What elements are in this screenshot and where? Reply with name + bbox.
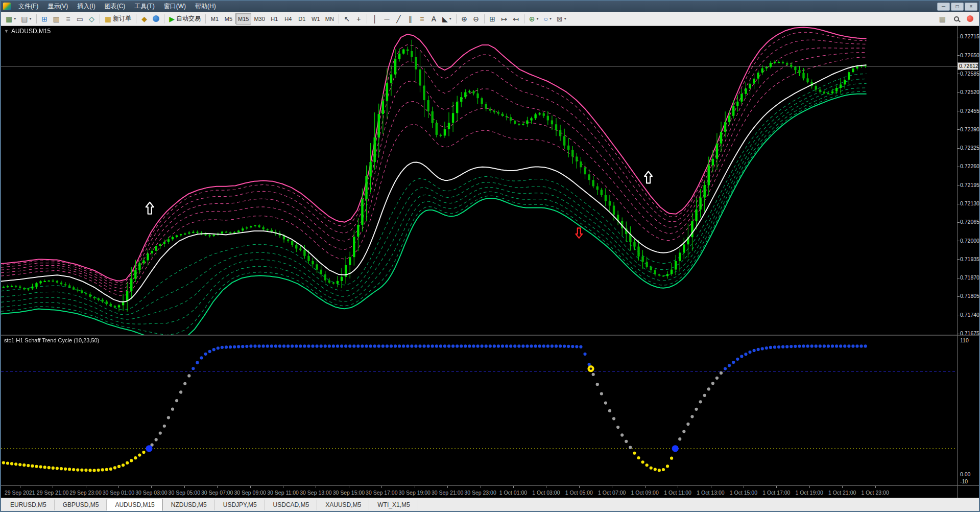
indicator-canvas[interactable] <box>1 336 957 485</box>
window-minimize-button[interactable]: ─ <box>937 3 950 11</box>
terminal-icon: ▭ <box>77 15 83 22</box>
chart-tabs: EURUSD,M5GBPUSD,M5AUDUSD,M15NZDUSD,M5USD… <box>1 498 979 511</box>
terminal-button[interactable]: ▭ <box>74 13 86 25</box>
text-label-button[interactable]: A <box>428 13 440 25</box>
price-scale-label: 0.72455 <box>960 108 979 114</box>
periods-button[interactable]: ○▾ <box>541 13 554 25</box>
menu-item-file[interactable]: 文件(F) <box>14 1 43 12</box>
new-chart-button[interactable]: ▦▾ <box>3 13 18 25</box>
search-button[interactable] <box>950 13 962 25</box>
autotrading-button[interactable]: ▶自动交易 <box>166 13 203 25</box>
time-axis-label: 1 Oct 07:00 <box>598 490 626 496</box>
main-chart-canvas[interactable] <box>1 26 957 335</box>
time-axis-tick <box>283 486 283 488</box>
price-scale-tick <box>958 167 960 167</box>
time-axis-label: 29 Sep 23:00 <box>69 490 101 496</box>
time-axis-tick <box>875 486 876 488</box>
tf-h1-button[interactable]: H1 <box>268 13 281 25</box>
menu-item-insert[interactable]: 插入(I) <box>73 1 100 12</box>
time-axis-tick <box>349 486 349 488</box>
chart-shift-button[interactable]: ↤ <box>510 13 522 25</box>
tf-w1-button[interactable]: W1 <box>309 13 323 25</box>
zoom-in-button[interactable]: ⊕ <box>459 13 470 25</box>
time-axis-tick <box>184 486 185 488</box>
tab-nzdusd-m5[interactable]: NZDUSD,M5 <box>163 499 215 510</box>
menu-item-view[interactable]: 显示(V) <box>43 1 73 12</box>
time-axis-label: 1 Oct 21:00 <box>828 490 856 496</box>
auto-scroll-button[interactable]: ↦ <box>498 13 510 25</box>
mt4-window: 文件(F)显示(V)插入(I)图表(C)工具(T)窗口(W)帮助(H) ─□× … <box>0 0 980 512</box>
search-icon <box>954 16 959 21</box>
window-maximize-button[interactable]: □ <box>951 3 964 11</box>
chart-symbol-label: ▼ AUDUSD,M15 <box>4 28 51 35</box>
market-watch-button[interactable]: ⊞ <box>39 13 51 25</box>
indicator-scale[interactable]: 1100.00-10 <box>958 336 979 485</box>
tf-m15-button[interactable]: M15 <box>235 13 251 25</box>
tf-m5-button[interactable]: M5 <box>222 13 235 25</box>
vertical-line-icon: │ <box>373 15 377 22</box>
tab-eurusd-m5[interactable]: EURUSD,M5 <box>2 499 55 510</box>
dock-button[interactable]: ▦ <box>937 13 948 25</box>
time-axis-label: 30 Sep 13:00 <box>300 490 331 496</box>
menu-item-help[interactable]: 帮助(H) <box>190 1 221 12</box>
tf-m1-button[interactable]: M1 <box>208 13 222 25</box>
price-scale-tick <box>958 129 960 130</box>
cursor-button[interactable]: ↖ <box>341 13 353 25</box>
arrow-objects-button[interactable]: ◣▾ <box>440 13 454 25</box>
tf-d1-button[interactable]: D1 <box>295 13 309 25</box>
tf-m5-label: M5 <box>225 16 232 22</box>
tab-xauusd-m5[interactable]: XAUUSD,M5 <box>317 499 369 510</box>
window-close-button[interactable]: × <box>965 3 977 11</box>
fibonacci-button[interactable]: ≡ <box>416 13 428 25</box>
tf-m30-button[interactable]: M30 <box>251 13 267 25</box>
tab-usdcad-m5[interactable]: USDCAD,M5 <box>265 499 318 510</box>
menubar: 文件(F)显示(V)插入(I)图表(C)工具(T)窗口(W)帮助(H) ─□× <box>1 1 979 12</box>
time-axis-tick <box>744 486 744 488</box>
navigator-button[interactable]: ≡ <box>62 13 74 25</box>
price-scale[interactable]: 0.72612 0.727150.726500.725850.725200.72… <box>958 26 979 335</box>
tf-h4-button[interactable]: H4 <box>281 13 295 25</box>
time-axis-tick <box>776 486 777 488</box>
zoom-out-button[interactable]: ⊖ <box>470 13 482 25</box>
text-label-icon: A <box>432 15 436 22</box>
vertical-line-button[interactable]: │ <box>369 13 381 25</box>
mql5-community-button[interactable] <box>150 13 162 25</box>
time-axis-label: 30 Sep 01:00 <box>103 490 134 496</box>
market-watch-icon: ⊞ <box>41 15 47 22</box>
templates-button[interactable]: ⊠▾ <box>554 13 569 25</box>
tab-usdjpy-m5[interactable]: USDJPY,M5 <box>215 499 265 510</box>
community-button[interactable] <box>964 13 976 25</box>
tf-mn-button[interactable]: MN <box>323 13 337 25</box>
toolbar-separator <box>100 14 100 24</box>
equidistant-channel-button[interactable]: ∥ <box>404 13 416 25</box>
trendline-button[interactable]: ╱ <box>393 13 404 25</box>
app-icon[interactable] <box>3 3 11 10</box>
price-scale-label: 0.72000 <box>960 238 979 244</box>
new-order-button[interactable]: ▦新订单 <box>102 13 134 25</box>
profiles-button[interactable]: ▤▾ <box>18 13 34 25</box>
price-scale-label: 0.72260 <box>960 163 979 169</box>
time-axis-tick <box>678 486 678 488</box>
profiles-icon: ▤ <box>21 15 28 22</box>
menu-item-tools[interactable]: 工具(T) <box>130 1 159 12</box>
window-controls: ─□× <box>937 3 979 11</box>
menu-item-window[interactable]: 窗口(W) <box>159 1 190 12</box>
horizontal-line-button[interactable]: ─ <box>381 13 393 25</box>
metaeditor-button[interactable]: ◆ <box>138 13 150 25</box>
equidistant-channel-icon: ∥ <box>409 15 412 22</box>
time-axis-label: 30 Sep 15:00 <box>333 490 365 496</box>
time-axis[interactable]: 29 Sep 202129 Sep 21:0029 Sep 23:0030 Se… <box>1 485 957 498</box>
tab-wti-x1-m5[interactable]: WTI_X1,M5 <box>369 499 418 510</box>
menubar-items: 文件(F)显示(V)插入(I)图表(C)工具(T)窗口(W)帮助(H) <box>14 1 221 12</box>
data-window-button[interactable]: ▥ <box>51 13 62 25</box>
indicators-list-button[interactable]: ⊕▾ <box>527 13 541 25</box>
tab-audusd-m15[interactable]: AUDUSD,M15 <box>107 499 162 511</box>
menu-item-charts[interactable]: 图表(C) <box>100 1 130 12</box>
templates-icon: ⊠ <box>557 15 563 22</box>
tile-windows-button[interactable]: ⊞ <box>487 13 498 25</box>
strategy-tester-button[interactable]: ◇ <box>86 13 98 25</box>
tab-gbpusd-m5[interactable]: GBPUSD,M5 <box>55 499 107 510</box>
one-click-collapse-icon[interactable]: ▼ <box>4 29 9 34</box>
time-axis-label: 30 Sep 03:00 <box>135 490 167 496</box>
crosshair-button[interactable]: + <box>353 13 365 25</box>
